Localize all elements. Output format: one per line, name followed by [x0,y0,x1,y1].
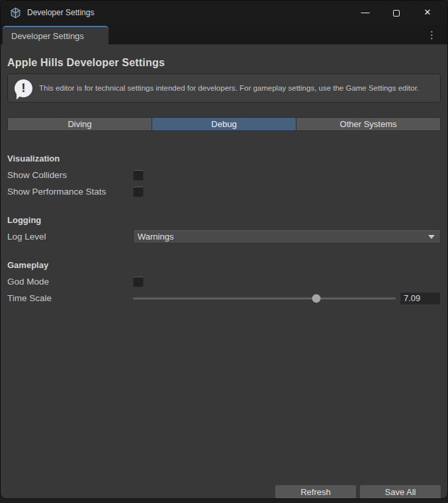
unity-logo-icon [10,7,21,19]
section-visualization: Visualization Show Colliders Show Perfor… [7,152,441,200]
log-level-label: Log Level [7,232,133,242]
page-title: Apple Hills Developer Settings [7,44,441,69]
show-performance-stats-checkbox[interactable] [133,187,144,197]
show-colliders-label: Show Colliders [7,170,133,180]
window-controls: — ✕ [360,1,433,24]
window-title: Developer Settings [27,8,94,17]
category-toolbar: Diving Debug Other Systems [7,117,441,131]
content-area: Apple Hills Developer Settings ! This ed… [1,44,447,499]
section-gameplay: Gameplay God Mode Time Scale [7,258,441,306]
tab-context-menu-button[interactable]: ⋮ [423,28,441,41]
time-scale-value-field[interactable] [400,292,441,305]
refresh-button[interactable]: Refresh [275,484,357,499]
row-show-performance-stats: Show Performance Stats [7,183,441,200]
kebab-menu-icon: ⋮ [427,29,437,40]
slider-track[interactable] [133,297,396,299]
developer-settings-window: Developer Settings — ✕ Developer Setting… [0,0,448,499]
log-level-dropdown[interactable]: Warnings [133,230,441,244]
titlebar-left: Developer Settings [10,7,94,19]
time-scale-label: Time Scale [7,293,133,303]
god-mode-checkbox[interactable] [133,277,144,287]
toolbar-tab-debug[interactable]: Debug [152,117,296,131]
toolbar-tab-diving[interactable]: Diving [7,117,152,131]
row-log-level: Log Level Warnings [7,228,441,245]
footer-buttons: Refresh Save All [275,484,441,499]
close-button[interactable]: ✕ [422,1,433,24]
editor-tab-bar: Developer Settings ⋮ [1,24,447,44]
slider-handle[interactable] [312,294,320,302]
maximize-icon [393,10,400,17]
window-titlebar[interactable]: Developer Settings — ✕ [1,1,447,24]
toolbar-tab-other-systems[interactable]: Other Systems [296,117,441,131]
tab-developer-settings[interactable]: Developer Settings [3,26,109,44]
section-logging: Logging Log Level Warnings [7,213,441,245]
god-mode-label: God Mode [7,277,133,287]
minimize-button[interactable]: — [360,1,371,24]
row-show-colliders: Show Colliders [7,167,441,183]
show-colliders-checkbox[interactable] [133,170,144,181]
log-level-value: Warnings [138,232,173,242]
show-performance-stats-label: Show Performance Stats [7,187,133,197]
exclamation-glyph: ! [21,81,25,95]
row-time-scale: Time Scale [7,290,441,306]
section-title-gameplay: Gameplay [7,258,441,271]
row-god-mode: God Mode [7,273,441,290]
time-scale-slider[interactable] [133,290,396,306]
tab-label: Developer Settings [11,31,84,41]
help-box-text: This editor is for technical settings in… [39,83,423,93]
maximize-button[interactable] [391,1,402,24]
chevron-down-icon [428,235,435,239]
section-title-visualization: Visualization [7,152,441,165]
save-all-button[interactable]: Save All [359,484,441,499]
help-box: ! This editor is for technical settings … [7,73,441,103]
info-icon: ! [15,79,32,97]
section-title-logging: Logging [7,213,441,226]
